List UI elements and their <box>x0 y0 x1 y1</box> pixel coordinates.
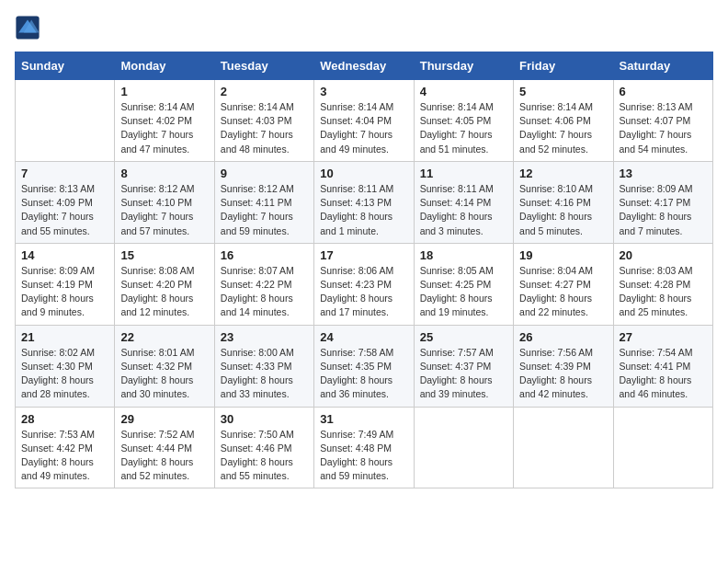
day-number: 23 <box>221 330 308 344</box>
calendar-cell: 25Sunrise: 7:57 AMSunset: 4:37 PMDayligh… <box>414 325 513 407</box>
calendar-cell: 23Sunrise: 8:00 AMSunset: 4:33 PMDayligh… <box>214 325 313 407</box>
calendar-cell: 7Sunrise: 8:13 AMSunset: 4:09 PMDaylight… <box>16 161 115 243</box>
calendar-cell: 16Sunrise: 8:07 AMSunset: 4:22 PMDayligh… <box>214 243 313 325</box>
day-info: Sunrise: 8:14 AMSunset: 4:03 PMDaylight:… <box>221 100 308 156</box>
day-number: 4 <box>420 85 507 98</box>
calendar-cell: 22Sunrise: 8:01 AMSunset: 4:32 PMDayligh… <box>115 325 214 407</box>
calendar-cell: 20Sunrise: 8:03 AMSunset: 4:28 PMDayligh… <box>613 243 712 325</box>
day-info: Sunrise: 8:01 AMSunset: 4:32 PMDaylight:… <box>120 346 208 402</box>
day-number: 31 <box>320 412 407 426</box>
calendar-cell <box>613 407 712 488</box>
day-info: Sunrise: 7:52 AMSunset: 4:44 PMDaylight:… <box>120 428 208 484</box>
calendar-cell: 9Sunrise: 8:12 AMSunset: 4:11 PMDaylight… <box>214 161 313 243</box>
day-number: 25 <box>420 330 507 344</box>
day-number: 22 <box>120 330 208 344</box>
column-header-saturday: Saturday <box>613 52 712 80</box>
day-info: Sunrise: 8:14 AMSunset: 4:06 PMDaylight:… <box>519 100 607 156</box>
calendar-week-row: 7Sunrise: 8:13 AMSunset: 4:09 PMDaylight… <box>16 161 713 243</box>
day-number: 8 <box>120 167 208 180</box>
calendar-cell <box>514 407 613 488</box>
column-header-thursday: Thursday <box>414 52 513 80</box>
day-info: Sunrise: 8:02 AMSunset: 4:30 PMDaylight:… <box>21 346 108 402</box>
day-number: 11 <box>420 167 507 180</box>
calendar-week-row: 21Sunrise: 8:02 AMSunset: 4:30 PMDayligh… <box>16 325 713 407</box>
day-info: Sunrise: 8:05 AMSunset: 4:25 PMDaylight:… <box>420 264 507 320</box>
day-number: 27 <box>620 330 707 344</box>
day-number: 9 <box>221 167 308 180</box>
calendar-cell: 4Sunrise: 8:14 AMSunset: 4:05 PMDaylight… <box>414 80 513 162</box>
day-number: 5 <box>519 85 607 98</box>
column-header-tuesday: Tuesday <box>214 52 313 80</box>
day-info: Sunrise: 8:12 AMSunset: 4:11 PMDaylight:… <box>221 182 308 238</box>
day-number: 28 <box>21 412 108 426</box>
day-info: Sunrise: 8:09 AMSunset: 4:17 PMDaylight:… <box>620 182 707 238</box>
calendar-cell: 28Sunrise: 7:53 AMSunset: 4:42 PMDayligh… <box>16 407 115 488</box>
day-info: Sunrise: 8:11 AMSunset: 4:13 PMDaylight:… <box>320 182 407 238</box>
day-info: Sunrise: 8:09 AMSunset: 4:19 PMDaylight:… <box>21 264 108 320</box>
day-number: 20 <box>620 248 707 262</box>
day-info: Sunrise: 8:13 AMSunset: 4:07 PMDaylight:… <box>620 100 707 156</box>
day-number: 19 <box>519 248 607 262</box>
calendar-header-row: SundayMondayTuesdayWednesdayThursdayFrid… <box>16 52 713 80</box>
day-info: Sunrise: 8:03 AMSunset: 4:28 PMDaylight:… <box>620 264 707 320</box>
calendar-cell: 30Sunrise: 7:50 AMSunset: 4:46 PMDayligh… <box>214 407 313 488</box>
column-header-sunday: Sunday <box>16 52 115 80</box>
calendar-week-row: 1Sunrise: 8:14 AMSunset: 4:02 PMDaylight… <box>16 80 713 162</box>
day-info: Sunrise: 8:14 AMSunset: 4:02 PMDaylight:… <box>120 100 208 156</box>
day-info: Sunrise: 8:11 AMSunset: 4:14 PMDaylight:… <box>420 182 507 238</box>
day-info: Sunrise: 7:56 AMSunset: 4:39 PMDaylight:… <box>519 346 607 402</box>
calendar-week-row: 14Sunrise: 8:09 AMSunset: 4:19 PMDayligh… <box>16 243 713 325</box>
calendar-cell: 5Sunrise: 8:14 AMSunset: 4:06 PMDaylight… <box>514 80 613 162</box>
calendar-cell: 1Sunrise: 8:14 AMSunset: 4:02 PMDaylight… <box>115 80 214 162</box>
day-info: Sunrise: 8:13 AMSunset: 4:09 PMDaylight:… <box>21 182 108 238</box>
column-header-wednesday: Wednesday <box>314 52 414 80</box>
column-header-friday: Friday <box>514 52 613 80</box>
day-number: 21 <box>21 330 108 344</box>
calendar-cell: 26Sunrise: 7:56 AMSunset: 4:39 PMDayligh… <box>514 325 613 407</box>
calendar-cell: 19Sunrise: 8:04 AMSunset: 4:27 PMDayligh… <box>514 243 613 325</box>
calendar-cell: 29Sunrise: 7:52 AMSunset: 4:44 PMDayligh… <box>115 407 214 488</box>
calendar-cell <box>16 80 115 162</box>
day-number: 17 <box>320 248 407 262</box>
calendar-cell: 3Sunrise: 8:14 AMSunset: 4:04 PMDaylight… <box>314 80 414 162</box>
calendar-cell: 8Sunrise: 8:12 AMSunset: 4:10 PMDaylight… <box>115 161 214 243</box>
day-number: 15 <box>120 248 208 262</box>
day-number: 30 <box>221 412 308 426</box>
day-number: 16 <box>221 248 308 262</box>
day-number: 26 <box>519 330 607 344</box>
calendar-cell: 15Sunrise: 8:08 AMSunset: 4:20 PMDayligh… <box>115 243 214 325</box>
calendar-cell: 6Sunrise: 8:13 AMSunset: 4:07 PMDaylight… <box>613 80 712 162</box>
logo <box>15 15 44 40</box>
calendar-cell: 13Sunrise: 8:09 AMSunset: 4:17 PMDayligh… <box>613 161 712 243</box>
calendar-cell: 14Sunrise: 8:09 AMSunset: 4:19 PMDayligh… <box>16 243 115 325</box>
day-info: Sunrise: 8:00 AMSunset: 4:33 PMDaylight:… <box>221 346 308 402</box>
day-info: Sunrise: 7:53 AMSunset: 4:42 PMDaylight:… <box>21 428 108 484</box>
calendar-cell: 27Sunrise: 7:54 AMSunset: 4:41 PMDayligh… <box>613 325 712 407</box>
calendar-table: SundayMondayTuesdayWednesdayThursdayFrid… <box>15 52 713 488</box>
calendar-cell: 24Sunrise: 7:58 AMSunset: 4:35 PMDayligh… <box>314 325 414 407</box>
day-info: Sunrise: 8:14 AMSunset: 4:04 PMDaylight:… <box>320 100 407 156</box>
calendar-cell: 31Sunrise: 7:49 AMSunset: 4:48 PMDayligh… <box>314 407 414 488</box>
day-info: Sunrise: 8:07 AMSunset: 4:22 PMDaylight:… <box>221 264 308 320</box>
day-number: 13 <box>620 167 707 180</box>
calendar-cell: 18Sunrise: 8:05 AMSunset: 4:25 PMDayligh… <box>414 243 513 325</box>
day-number: 12 <box>519 167 607 180</box>
day-info: Sunrise: 7:49 AMSunset: 4:48 PMDaylight:… <box>320 428 407 484</box>
calendar-cell: 17Sunrise: 8:06 AMSunset: 4:23 PMDayligh… <box>314 243 414 325</box>
day-info: Sunrise: 8:12 AMSunset: 4:10 PMDaylight:… <box>120 182 208 238</box>
calendar-cell: 2Sunrise: 8:14 AMSunset: 4:03 PMDaylight… <box>214 80 313 162</box>
day-info: Sunrise: 8:10 AMSunset: 4:16 PMDaylight:… <box>519 182 607 238</box>
column-header-monday: Monday <box>115 52 214 80</box>
day-info: Sunrise: 7:58 AMSunset: 4:35 PMDaylight:… <box>320 346 407 402</box>
day-number: 29 <box>120 412 208 426</box>
day-info: Sunrise: 7:57 AMSunset: 4:37 PMDaylight:… <box>420 346 507 402</box>
calendar-week-row: 28Sunrise: 7:53 AMSunset: 4:42 PMDayligh… <box>16 407 713 488</box>
day-info: Sunrise: 8:04 AMSunset: 4:27 PMDaylight:… <box>519 264 607 320</box>
page-header <box>15 15 713 40</box>
calendar-cell: 21Sunrise: 8:02 AMSunset: 4:30 PMDayligh… <box>16 325 115 407</box>
day-info: Sunrise: 7:54 AMSunset: 4:41 PMDaylight:… <box>620 346 707 402</box>
day-info: Sunrise: 8:14 AMSunset: 4:05 PMDaylight:… <box>420 100 507 156</box>
day-info: Sunrise: 7:50 AMSunset: 4:46 PMDaylight:… <box>221 428 308 484</box>
day-info: Sunrise: 8:08 AMSunset: 4:20 PMDaylight:… <box>120 264 208 320</box>
calendar-cell: 11Sunrise: 8:11 AMSunset: 4:14 PMDayligh… <box>414 161 513 243</box>
